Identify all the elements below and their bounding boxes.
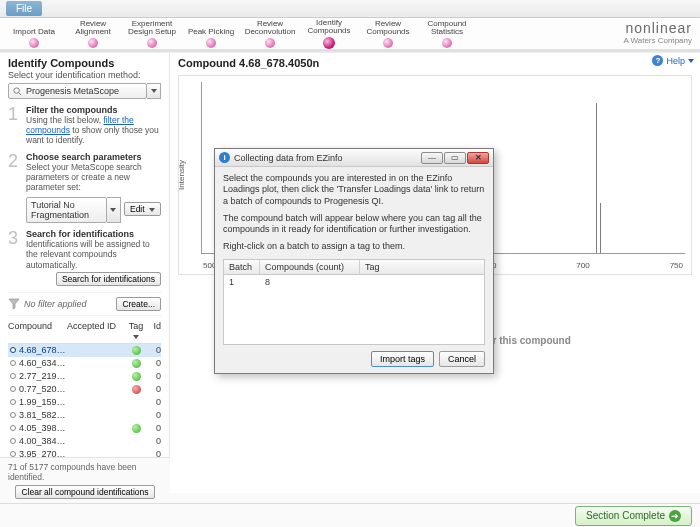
svg-line-1 <box>19 92 21 94</box>
search-button[interactable]: Search for identifications <box>56 272 161 286</box>
cell-id: 0 <box>147 371 161 381</box>
peak-line <box>600 203 601 253</box>
table-row[interactable]: 2.77_219.1107n0 <box>8 370 161 383</box>
dialog-text-1: Select the compounds you are interested … <box>223 173 485 207</box>
table-row[interactable]: 4.68_678.4050n0 <box>8 344 161 357</box>
cell-compound: 4.68_678.4050n <box>19 345 67 355</box>
col-id[interactable]: Id <box>147 321 161 341</box>
table-row[interactable]: 4.60_634.3798n0 <box>8 357 161 370</box>
col-accepted[interactable]: Accepted ID <box>67 321 125 341</box>
import-tags-button[interactable]: Import tags <box>371 351 434 367</box>
footer-bar: Section Complete➔ <box>0 503 700 527</box>
cell-id: 0 <box>147 345 161 355</box>
cell-compound: 4.05_398.1803n <box>19 423 67 433</box>
chevron-down-icon[interactable] <box>107 197 121 223</box>
cell-compound: 3.81_582.1349n <box>19 410 67 420</box>
step-2-title: Choose search parameters <box>26 152 161 162</box>
dialog-text-2: The compound batch will appear below whe… <box>223 213 485 236</box>
batch-grid-header: Batch Compounds (count) Tag <box>223 259 485 275</box>
menu-file[interactable]: File <box>6 1 42 16</box>
cell-compound: 4.00_384.2002n <box>19 436 67 446</box>
cancel-button[interactable]: Cancel <box>439 351 485 367</box>
row-bullet-icon <box>10 399 16 405</box>
tag-dot-icon <box>132 372 141 381</box>
row-bullet-icon <box>10 438 16 444</box>
nav-experiment-design[interactable]: ExperimentDesign Setup <box>124 20 180 48</box>
cell-id: 0 <box>147 384 161 394</box>
create-filter-button[interactable]: Create... <box>116 297 161 311</box>
step-2-number: 2 <box>8 152 22 224</box>
row-bullet-icon <box>10 373 16 379</box>
cell-id: 0 <box>147 358 161 368</box>
compound-title: Compound 4.68_678.4050n <box>178 57 692 69</box>
nav-review-deconvolution[interactable]: ReviewDeconvolution <box>242 20 298 48</box>
nav-import-data[interactable]: Import Data <box>6 20 62 48</box>
param-combo[interactable]: Tutorial No Fragmentation <box>26 197 121 223</box>
col-batch-tag[interactable]: Tag <box>360 260 484 274</box>
section-complete-button[interactable]: Section Complete➔ <box>575 506 692 526</box>
menu-bar: File <box>0 0 700 18</box>
chevron-down-icon[interactable] <box>147 83 161 99</box>
method-combo[interactable]: Progenesis MetaScope <box>8 83 161 99</box>
cell-tag <box>125 385 147 394</box>
cell-id: 0 <box>147 436 161 446</box>
cell-tag <box>125 372 147 381</box>
table-row[interactable]: 3.81_582.1349n0 <box>8 409 161 422</box>
step-2-text: Select your MetaScope search parameters … <box>26 162 161 193</box>
filter-status: No filter applied <box>24 299 112 309</box>
nav-peak-picking[interactable]: Peak Picking <box>183 20 239 48</box>
funnel-icon[interactable] <box>8 298 20 310</box>
clear-identifications-button[interactable]: Clear all compound identifications <box>15 485 154 499</box>
batch-grid-body[interactable]: 1 8 <box>223 275 485 345</box>
close-button[interactable]: ✕ <box>467 152 489 164</box>
col-batch[interactable]: Batch <box>224 260 260 274</box>
brand-logo: nonlinear A Waters Company <box>623 20 692 45</box>
method-label: Select your identification method: <box>8 70 161 80</box>
table-row[interactable]: 1.99_159.0689n0 <box>8 396 161 409</box>
table-row[interactable]: 0.77_520.1324n0 <box>8 383 161 396</box>
search-icon <box>13 87 22 96</box>
col-compound[interactable]: Compound <box>8 321 67 341</box>
tag-dot-icon <box>132 385 141 394</box>
step-3-number: 3 <box>8 229 22 286</box>
nav-review-compounds[interactable]: ReviewCompounds <box>360 20 416 48</box>
cell-id: 0 <box>147 410 161 420</box>
row-bullet-icon <box>10 412 16 418</box>
cell-compound: 2.77_219.1107n <box>19 371 67 381</box>
dialog-text-3: Right-click on a batch to assign a tag t… <box>223 241 485 252</box>
compound-table-header: Compound Accepted ID Tag Id <box>8 319 161 344</box>
cell-compound: 1.99_159.0689n <box>19 397 67 407</box>
table-row[interactable]: 4.05_398.1803n0 <box>8 422 161 435</box>
svg-point-0 <box>14 87 19 92</box>
nav-review-alignment[interactable]: ReviewAlignment <box>65 20 121 48</box>
col-compounds-count[interactable]: Compounds (count) <box>260 260 360 274</box>
step-1-number: 1 <box>8 105 22 146</box>
row-bullet-icon <box>10 347 16 353</box>
minimize-button[interactable]: — <box>421 152 443 164</box>
help-dropdown[interactable]: ?Help <box>652 55 694 66</box>
row-bullet-icon <box>10 360 16 366</box>
row-bullet-icon <box>10 386 16 392</box>
tag-dot-icon <box>132 346 141 355</box>
dialog-titlebar[interactable]: i Collecting data from EZinfo — ▭ ✕ <box>215 149 493 167</box>
edit-button[interactable]: Edit <box>124 202 161 216</box>
tag-dot-icon <box>132 359 141 368</box>
maximize-button[interactable]: ▭ <box>444 152 466 164</box>
cell-id: 0 <box>147 397 161 407</box>
batch-row[interactable]: 1 8 <box>224 275 484 289</box>
ezinfo-dialog: i Collecting data from EZinfo — ▭ ✕ Sele… <box>214 148 494 374</box>
workflow-nav: Import Data ReviewAlignment ExperimentDe… <box>0 18 700 50</box>
dialog-title: Collecting data from EZinfo <box>234 153 417 163</box>
nav-identify-compounds[interactable]: IdentifyCompounds <box>301 19 357 49</box>
table-row[interactable]: 4.00_384.2002n0 <box>8 435 161 448</box>
help-icon: ? <box>652 55 663 66</box>
plot-ylabel: Intensity <box>177 160 186 190</box>
identified-count: 71 of 5177 compounds have been identifie… <box>8 462 162 482</box>
peak-line <box>596 103 597 253</box>
app-icon: i <box>219 152 230 163</box>
left-panel: Identify Compounds Select your identific… <box>0 53 170 493</box>
col-tag[interactable]: Tag <box>125 321 147 341</box>
cell-tag <box>125 424 147 433</box>
panel-title: Identify Compounds <box>8 57 161 69</box>
nav-compound-statistics[interactable]: CompoundStatistics <box>419 20 475 48</box>
